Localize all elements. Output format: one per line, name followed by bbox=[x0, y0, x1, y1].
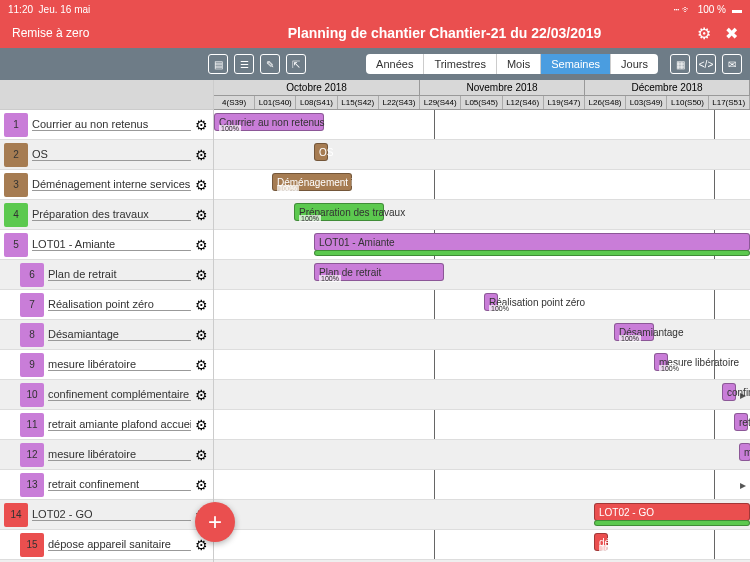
gantt-bar[interactable]: Plan de retrait100% bbox=[314, 263, 444, 281]
task-number[interactable]: 9 bbox=[20, 353, 44, 377]
task-number[interactable]: 7 bbox=[20, 293, 44, 317]
gear-icon[interactable]: ⚙ bbox=[195, 297, 213, 313]
gantt-bar[interactable]: retrait am bbox=[734, 413, 748, 431]
timescale-semaines[interactable]: Semaines bbox=[541, 54, 611, 74]
task-label[interactable]: Courrier au non retenus bbox=[32, 118, 191, 131]
gear-icon[interactable]: ⚙ bbox=[195, 177, 213, 193]
week-header: L08(S41) bbox=[296, 96, 337, 109]
task-label[interactable]: mesure libératoire bbox=[48, 358, 191, 371]
gantt-row: ▸retrait am bbox=[214, 410, 750, 440]
gantt-bar[interactable]: LOT01 - Amiante bbox=[314, 233, 750, 251]
gantt-bar[interactable]: LOT02 - GO bbox=[594, 503, 750, 521]
tool-checklist-icon[interactable]: ☰ bbox=[234, 54, 254, 74]
gear-icon[interactable]: ⚙ bbox=[195, 327, 213, 343]
gantt-bar[interactable]: Désamiantage100% bbox=[614, 323, 654, 341]
tool-code-icon[interactable]: </> bbox=[696, 54, 716, 74]
tool-grid-icon[interactable]: ▦ bbox=[670, 54, 690, 74]
task-label[interactable]: Plan de retrait bbox=[48, 268, 191, 281]
task-label[interactable]: LOT02 - GO bbox=[32, 508, 191, 521]
task-label[interactable]: LOT01 - Amiante bbox=[32, 238, 191, 251]
task-number[interactable]: 1 bbox=[4, 113, 28, 137]
gear-icon[interactable]: ⚙ bbox=[195, 237, 213, 253]
tool-edit-icon[interactable]: ✎ bbox=[260, 54, 280, 74]
month-header: Octobre 2018 bbox=[214, 80, 420, 95]
gantt-bar[interactable]: OS bbox=[314, 143, 328, 161]
task-row: 14LOT02 - GO⚙ bbox=[0, 500, 213, 530]
app-header: Remise à zero Planning de chantier Chant… bbox=[0, 18, 750, 48]
gantt-row: ▸ bbox=[214, 470, 750, 500]
timescale-mois[interactable]: Mois bbox=[497, 54, 541, 74]
task-row: 15dépose appareil sanitaire⚙ bbox=[0, 530, 213, 560]
gantt-row: dépose appareil sanitaire100% bbox=[214, 530, 750, 560]
add-button[interactable]: + bbox=[195, 502, 235, 542]
task-row: 6Plan de retrait⚙ bbox=[0, 260, 213, 290]
gantt-bar[interactable]: confinement bbox=[722, 383, 736, 401]
task-number[interactable]: 14 bbox=[4, 503, 28, 527]
gantt-row: LOT01 - Amiante bbox=[214, 230, 750, 260]
task-number[interactable]: 2 bbox=[4, 143, 28, 167]
gear-icon[interactable]: ⚙ bbox=[195, 447, 213, 463]
gear-icon[interactable]: ⚙ bbox=[195, 267, 213, 283]
task-number[interactable]: 15 bbox=[20, 533, 44, 557]
gantt-bar[interactable]: Déménagement interne services100% bbox=[272, 173, 352, 191]
page-title: Planning de chantier Chantier-21 du 22/0… bbox=[192, 25, 697, 41]
task-label[interactable]: mesure libératoire bbox=[48, 448, 191, 461]
task-label[interactable]: OS bbox=[32, 148, 191, 161]
task-number[interactable]: 12 bbox=[20, 443, 44, 467]
task-label[interactable]: retrait confinement bbox=[48, 478, 191, 491]
overflow-arrow-icon[interactable]: ▸ bbox=[740, 478, 746, 492]
tool-mail-icon[interactable]: ✉ bbox=[722, 54, 742, 74]
gear-icon[interactable]: ⚙ bbox=[195, 387, 213, 403]
tool-list-icon[interactable]: ▤ bbox=[208, 54, 228, 74]
gantt-bar[interactable]: dépose appareil sanitaire100% bbox=[594, 533, 608, 551]
task-label[interactable]: Réalisation point zéro bbox=[48, 298, 191, 311]
task-number[interactable]: 4 bbox=[4, 203, 28, 227]
gear-icon[interactable]: ⚙ bbox=[195, 477, 213, 493]
tool-import-icon[interactable]: ⇱ bbox=[286, 54, 306, 74]
task-label[interactable]: Déménagement interne services bbox=[32, 178, 191, 191]
gantt-chart[interactable]: Octobre 2018Novembre 2018Décembre 2018 4… bbox=[214, 80, 750, 562]
task-label[interactable]: Préparation des travaux bbox=[32, 208, 191, 221]
gear-icon[interactable]: ⚙ bbox=[697, 24, 711, 43]
gantt-row: Déménagement interne services100% bbox=[214, 170, 750, 200]
gantt-bar[interactable]: Réalisation point zéro100% bbox=[484, 293, 498, 311]
task-number[interactable]: 13 bbox=[20, 473, 44, 497]
task-number[interactable]: 11 bbox=[20, 413, 44, 437]
gear-icon[interactable]: ⚙ bbox=[195, 147, 213, 163]
timescale-années[interactable]: Années bbox=[366, 54, 424, 74]
gantt-bar[interactable] bbox=[594, 520, 750, 526]
task-number[interactable]: 3 bbox=[4, 173, 28, 197]
gear-icon[interactable]: ⚙ bbox=[195, 117, 213, 133]
task-row: 10confinement complémentaire sas⚙ bbox=[0, 380, 213, 410]
task-label[interactable]: confinement complémentaire sas bbox=[48, 388, 191, 401]
task-number[interactable]: 8 bbox=[20, 323, 44, 347]
timescale-trimestres[interactable]: Trimestres bbox=[424, 54, 497, 74]
week-header: L22(S43) bbox=[379, 96, 420, 109]
task-row: 13retrait confinement⚙ bbox=[0, 470, 213, 500]
gantt-row: Plan de retrait100% bbox=[214, 260, 750, 290]
gear-icon[interactable]: ⚙ bbox=[195, 207, 213, 223]
task-label[interactable]: dépose appareil sanitaire bbox=[48, 538, 191, 551]
task-label[interactable]: retrait amiante plafond accueil et doubl bbox=[48, 418, 191, 431]
reset-button[interactable]: Remise à zero bbox=[12, 26, 192, 40]
gantt-bar[interactable]: mesure bbox=[739, 443, 750, 461]
task-number[interactable]: 5 bbox=[4, 233, 28, 257]
close-icon[interactable]: ✖ bbox=[725, 24, 738, 43]
gantt-bar[interactable] bbox=[314, 250, 750, 256]
wifi-icon: ⋯ ᯤ bbox=[674, 4, 692, 15]
task-number[interactable]: 6 bbox=[20, 263, 44, 287]
gantt-bar[interactable]: mesure libératoire100% bbox=[654, 353, 668, 371]
week-header: L12(S46) bbox=[503, 96, 544, 109]
timescale-jours[interactable]: Jours bbox=[611, 54, 658, 74]
gantt-bar[interactable]: Courrier au non retenus100% bbox=[214, 113, 324, 131]
task-number[interactable]: 10 bbox=[20, 383, 44, 407]
task-row: 1Courrier au non retenus⚙ bbox=[0, 110, 213, 140]
week-header: L03(S49) bbox=[626, 96, 667, 109]
task-label[interactable]: Désamiantage bbox=[48, 328, 191, 341]
task-row: 9mesure libératoire⚙ bbox=[0, 350, 213, 380]
gear-icon[interactable]: ⚙ bbox=[195, 357, 213, 373]
gear-icon[interactable]: ⚙ bbox=[195, 417, 213, 433]
task-row: 3Déménagement interne services⚙ bbox=[0, 170, 213, 200]
gantt-row: ▸confinement bbox=[214, 380, 750, 410]
gantt-bar[interactable]: Préparation des travaux100% bbox=[294, 203, 384, 221]
